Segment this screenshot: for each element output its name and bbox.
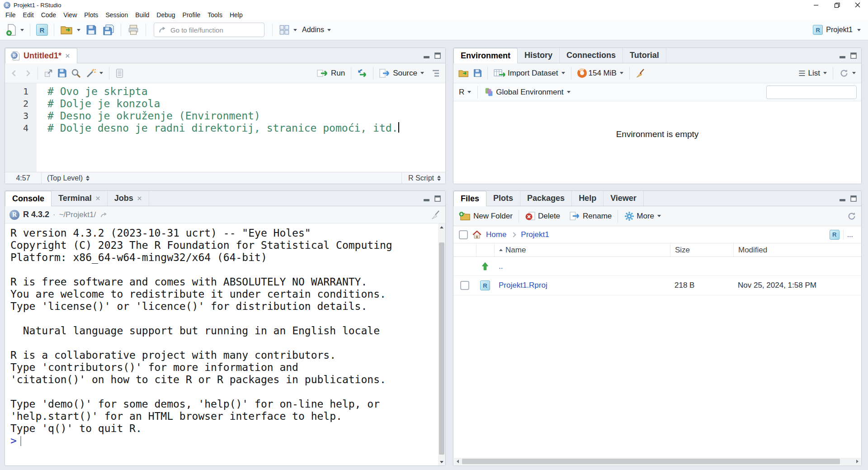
tab-plots[interactable]: Plots xyxy=(486,191,520,206)
menu-file[interactable]: File xyxy=(5,11,16,19)
tab-jobs[interactable]: Jobs xyxy=(108,191,149,206)
minimize-pane-icon[interactable] xyxy=(423,195,431,202)
scroll-up-arrow[interactable] xyxy=(438,223,445,231)
tab-packages[interactable]: Packages xyxy=(520,191,572,206)
goto-directory-icon[interactable] xyxy=(99,211,108,219)
code-tools-button[interactable] xyxy=(85,67,104,80)
minimize-pane-icon[interactable] xyxy=(839,195,847,202)
environment-scope-selector[interactable]: Global Environment xyxy=(483,86,571,98)
console-output[interactable]: R version 4.3.2 (2023-10-31 ucrt) -- "Ey… xyxy=(5,223,445,435)
scroll-right-arrow[interactable] xyxy=(854,458,861,465)
maximize-pane-icon[interactable] xyxy=(849,52,858,59)
parent-directory-link[interactable]: .. xyxy=(499,262,503,271)
delete-button[interactable]: Delete xyxy=(524,210,561,222)
file-link[interactable]: Projekt1.Rproj xyxy=(499,281,547,290)
memory-usage-button[interactable]: 154 MiB xyxy=(576,67,624,79)
open-file-button[interactable] xyxy=(59,23,81,37)
menu-build[interactable]: Build xyxy=(135,11,149,19)
document-outline-icon[interactable] xyxy=(431,68,441,78)
load-workspace-icon[interactable] xyxy=(458,68,470,78)
back-icon[interactable] xyxy=(9,69,19,78)
addins-button[interactable]: Addins xyxy=(301,25,332,35)
goto-file-input[interactable] xyxy=(170,26,260,34)
new-folder-button[interactable]: New Folder xyxy=(458,210,514,223)
minimize-pane-icon[interactable] xyxy=(839,52,847,59)
console-prompt-row[interactable]: > xyxy=(5,435,445,447)
new-project-button[interactable]: R xyxy=(35,23,49,37)
refresh-files-icon[interactable] xyxy=(847,211,857,221)
console-scrollbar[interactable] xyxy=(438,223,445,465)
rename-button[interactable]: Rename xyxy=(569,210,613,222)
new-file-button[interactable] xyxy=(5,23,25,37)
forward-icon[interactable] xyxy=(23,69,33,78)
list-view-button[interactable]: List xyxy=(797,68,828,79)
select-all-checkbox[interactable] xyxy=(459,230,468,239)
tab-files[interactable]: Files xyxy=(453,191,486,206)
popout-icon[interactable] xyxy=(43,68,54,78)
scroll-left-arrow[interactable] xyxy=(454,458,461,465)
menu-session[interactable]: Session xyxy=(105,11,128,19)
scroll-down-arrow[interactable] xyxy=(438,458,445,465)
maximize-pane-icon[interactable] xyxy=(849,195,858,202)
tab-close-icon[interactable] xyxy=(137,196,142,201)
compile-report-icon[interactable] xyxy=(114,68,124,79)
tab-help[interactable]: Help xyxy=(572,191,604,206)
clear-environment-broom-icon[interactable] xyxy=(635,68,646,79)
save-all-button[interactable] xyxy=(101,23,116,37)
files-horizontal-scrollbar[interactable] xyxy=(454,458,861,465)
filetype-selector[interactable]: R Script xyxy=(401,172,445,184)
breadcrumb-project-link[interactable]: Projekt1 xyxy=(521,230,549,239)
file-row-parent[interactable]: .. xyxy=(453,257,861,276)
minimize-pane-icon[interactable] xyxy=(423,52,431,59)
rerun-icon[interactable] xyxy=(356,68,368,78)
file-row-rproj[interactable]: R Projekt1.Rproj 218 B Nov 25, 2024, 1:5… xyxy=(453,276,861,295)
more-button[interactable]: More xyxy=(623,210,662,223)
column-header-name[interactable]: Name xyxy=(494,243,670,256)
print-button[interactable] xyxy=(126,23,141,37)
menu-profile[interactable]: Profile xyxy=(183,11,201,19)
tab-untitled1[interactable]: R Untitled1* xyxy=(5,48,77,63)
tab-close-icon[interactable] xyxy=(65,53,70,58)
window-minimize-button[interactable] xyxy=(806,0,826,10)
maximize-pane-icon[interactable] xyxy=(434,195,442,202)
tab-environment[interactable]: Environment xyxy=(453,48,518,63)
path-ellipsis-button[interactable]: ... xyxy=(843,230,857,240)
file-checkbox[interactable] xyxy=(460,281,469,290)
import-dataset-button[interactable]: Import Dataset xyxy=(493,67,566,79)
scope-selector[interactable]: (Top Level) xyxy=(42,174,95,182)
save-workspace-icon[interactable] xyxy=(473,68,482,78)
tab-connections[interactable]: Connections xyxy=(560,48,623,63)
pane-layout-button[interactable] xyxy=(278,23,298,37)
maximize-pane-icon[interactable] xyxy=(434,52,442,59)
clear-console-broom-icon[interactable] xyxy=(430,209,441,220)
scroll-thumb[interactable] xyxy=(462,459,840,464)
menu-edit[interactable]: Edit xyxy=(23,11,34,19)
save-icon[interactable] xyxy=(57,68,67,78)
tab-tutorial[interactable]: Tutorial xyxy=(623,48,666,63)
tab-console[interactable]: Console xyxy=(5,191,52,206)
column-header-size[interactable]: Size xyxy=(670,243,733,256)
tab-terminal[interactable]: Terminal xyxy=(52,191,108,206)
tab-viewer[interactable]: Viewer xyxy=(604,191,644,206)
menu-code[interactable]: Code xyxy=(41,11,56,19)
menu-view[interactable]: View xyxy=(63,11,77,19)
menu-tools[interactable]: Tools xyxy=(208,11,222,19)
run-button[interactable]: Run xyxy=(316,67,346,79)
source-button[interactable]: Source xyxy=(378,67,425,79)
scroll-thumb[interactable] xyxy=(439,242,444,455)
home-icon[interactable] xyxy=(472,230,482,240)
menu-help[interactable]: Help xyxy=(230,11,243,19)
language-selector[interactable]: R xyxy=(458,87,472,98)
menu-plots[interactable]: Plots xyxy=(84,11,98,19)
find-replace-icon[interactable] xyxy=(71,68,81,79)
window-close-button[interactable] xyxy=(847,0,868,10)
project-selector[interactable]: R Projekt1 xyxy=(813,25,863,35)
environment-search-input[interactable] xyxy=(772,88,862,96)
menu-debug[interactable]: Debug xyxy=(156,11,175,19)
tab-close-icon[interactable] xyxy=(95,196,100,201)
column-header-modified[interactable]: Modified xyxy=(733,243,861,256)
refresh-environment-button[interactable] xyxy=(838,67,857,79)
tab-history[interactable]: History xyxy=(518,48,560,63)
code-editor[interactable]: 1 # Ovo je skripta 2 # Dolje je konzola … xyxy=(5,83,445,172)
breadcrumb-home-link[interactable]: Home xyxy=(486,230,506,239)
